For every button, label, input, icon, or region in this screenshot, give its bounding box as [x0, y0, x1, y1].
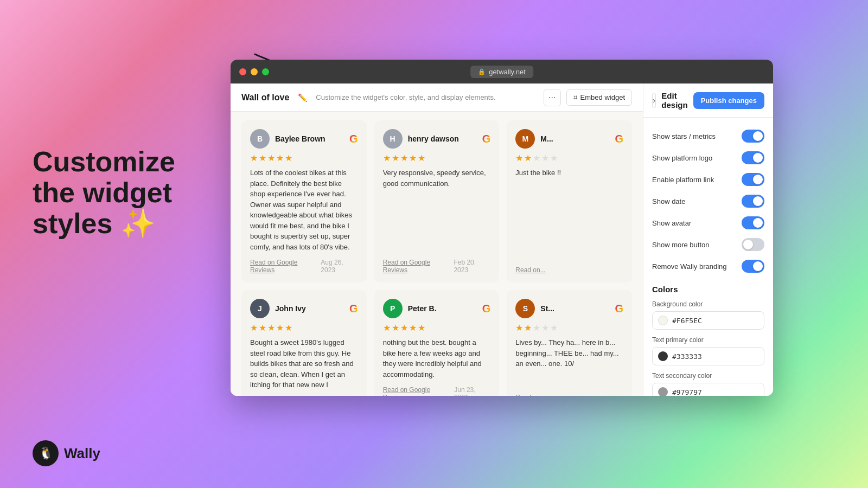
show-stars-toggle[interactable]: [742, 130, 764, 143]
color-row-bg: Background color #F6F5EC: [652, 300, 764, 330]
enable-platform-link-toggle[interactable]: [742, 173, 764, 186]
read-link[interactable]: Read on...: [515, 266, 545, 274]
review-text: Bought a sweet 1980's lugged steel road …: [250, 337, 358, 396]
star: ★: [267, 153, 275, 163]
star: ★: [515, 323, 523, 333]
star: ★: [418, 323, 425, 333]
read-link[interactable]: Read on...: [515, 394, 545, 396]
star: ★: [392, 153, 399, 163]
review-text: Lots of the coolest bikes at this place.…: [250, 168, 358, 252]
star: ★: [515, 153, 523, 163]
review-text: Just the bike !!: [515, 168, 623, 260]
remove-wally-branding-toggle[interactable]: [742, 260, 764, 273]
more-options-button[interactable]: ···: [544, 89, 561, 106]
star: ★: [285, 323, 292, 333]
reviewer-name: John Ivy: [275, 304, 306, 313]
star: ★: [383, 153, 391, 163]
toggle-label: Remove Wally branding: [652, 262, 727, 271]
panel-body: Show stars / metrics Show platform logo …: [643, 118, 773, 396]
colors-title: Colors: [652, 285, 764, 294]
colors-section: Colors Background color #F6F5EC Text pri…: [652, 285, 764, 396]
traffic-light-red[interactable]: [239, 68, 246, 75]
color-label: Text secondary color: [652, 372, 764, 380]
toggle-row-remove-branding: Remove Wally branding: [652, 255, 764, 277]
show-more-button-toggle[interactable]: [742, 238, 764, 251]
review-card: P Peter B. G ★ ★ ★ ★ ★ nothing but the b…: [374, 290, 500, 396]
platform-logo-google: G: [615, 133, 623, 145]
top-bar: Wall of love ✏️ Customize the widget's c…: [231, 84, 643, 112]
reviewer-name: Baylee Brown: [275, 134, 326, 143]
toggle-row-platform-logo: Show platform logo: [652, 147, 764, 169]
avatar: M: [515, 129, 535, 149]
star: ★: [259, 323, 266, 333]
url-text: getwally.net: [489, 68, 526, 76]
color-label: Text primary color: [652, 336, 764, 344]
browser-url-bar: 🔒 getwally.net: [470, 66, 533, 78]
color-input-secondary[interactable]: #979797: [652, 383, 764, 396]
review-card: H henry dawson G ★ ★ ★ ★ ★ Very responsi…: [374, 120, 500, 282]
show-avatar-toggle[interactable]: [742, 216, 764, 229]
reviews-grid: B Baylee Brown G ★ ★ ★ ★ ★ Lots of the c…: [231, 112, 643, 396]
review-card: J John Ivy G ★ ★ ★ ★ ★ Bought a sweet 19…: [241, 290, 367, 396]
star: ★: [250, 153, 258, 163]
star-empty: ★: [550, 323, 558, 333]
reviewer-name: Peter B.: [408, 304, 437, 313]
star-empty: ★: [541, 153, 549, 163]
panel-back-button[interactable]: ›: [652, 93, 656, 108]
color-input-bg[interactable]: #F6F5EC: [652, 311, 764, 330]
wally-logo-text: Wally: [64, 445, 100, 462]
star: ★: [409, 323, 417, 333]
color-input-primary[interactable]: #333333: [652, 347, 764, 365]
review-footer: Read on Google Reviews Aug 26, 2023: [250, 259, 358, 274]
platform-logo-google: G: [482, 133, 491, 145]
toggle-label: Show more button: [652, 241, 710, 249]
review-header: B Baylee Brown G: [250, 129, 358, 149]
star: ★: [524, 323, 532, 333]
top-bar-actions: ··· ⌗ Embed widget: [544, 89, 632, 106]
review-card: M M... G ★ ★ ★ ★ ★ Just the bike !!: [507, 120, 632, 282]
avatar: H: [383, 129, 403, 149]
review-footer: Read on...: [515, 394, 623, 396]
browser-titlebar: 🔒 getwally.net: [231, 60, 773, 84]
hero-line1: Customize: [33, 146, 175, 177]
star-empty: ★: [533, 323, 540, 333]
read-link[interactable]: Read on Google Reviews: [250, 259, 321, 274]
review-footer: Read on...: [515, 266, 623, 274]
traffic-light-green[interactable]: [262, 68, 269, 75]
show-platform-logo-toggle[interactable]: [742, 151, 764, 164]
panel-title: Edit design: [661, 91, 687, 110]
show-date-toggle[interactable]: [742, 195, 764, 208]
platform-logo-google: G: [615, 303, 623, 315]
color-swatch-bg: [658, 316, 668, 325]
embed-widget-button[interactable]: ⌗ Embed widget: [566, 89, 632, 106]
read-link[interactable]: Read on Google Reviews: [383, 386, 455, 396]
star: ★: [285, 153, 292, 163]
star: ★: [276, 323, 284, 333]
read-link[interactable]: Read on Google Reviews: [383, 259, 454, 274]
edit-design-panel: › Edit design Publish changes Show stars…: [643, 84, 773, 396]
star-empty: ★: [550, 153, 558, 163]
review-header: P Peter B. G: [383, 299, 491, 318]
hero-line3: styles ✨: [33, 208, 156, 239]
review-card: B Baylee Brown G ★ ★ ★ ★ ★ Lots of the c…: [241, 120, 367, 282]
platform-logo-google: G: [482, 303, 491, 315]
traffic-light-yellow[interactable]: [251, 68, 258, 75]
toggle-label: Show avatar: [652, 219, 691, 227]
wally-logo: 🐧 Wally: [33, 440, 100, 466]
star-rating: ★ ★ ★ ★ ★: [250, 323, 358, 333]
reviewer-name: St...: [540, 304, 554, 313]
reviewer-info: M M...: [515, 129, 553, 149]
main-area: Wall of love ✏️ Customize the widget's c…: [231, 84, 643, 396]
star: ★: [259, 153, 266, 163]
publish-changes-button[interactable]: Publish changes: [693, 92, 764, 109]
review-text: nothing but the best. bought a bike here…: [383, 337, 491, 380]
page-title: Wall of love: [241, 93, 289, 102]
reviewer-info: H henry dawson: [383, 129, 459, 149]
toggle-row-platform-link: Enable platform link: [652, 169, 764, 190]
browser-window: 🔒 getwally.net Wall of love ✏️ Customize…: [231, 60, 773, 396]
page-subtitle: Customize the widget's color, style, and…: [316, 93, 534, 101]
color-row-primary: Text primary color #333333: [652, 336, 764, 365]
avatar: S: [515, 299, 535, 318]
toggle-row-show-stars: Show stars / metrics: [652, 125, 764, 147]
edit-icon[interactable]: ✏️: [298, 93, 307, 102]
